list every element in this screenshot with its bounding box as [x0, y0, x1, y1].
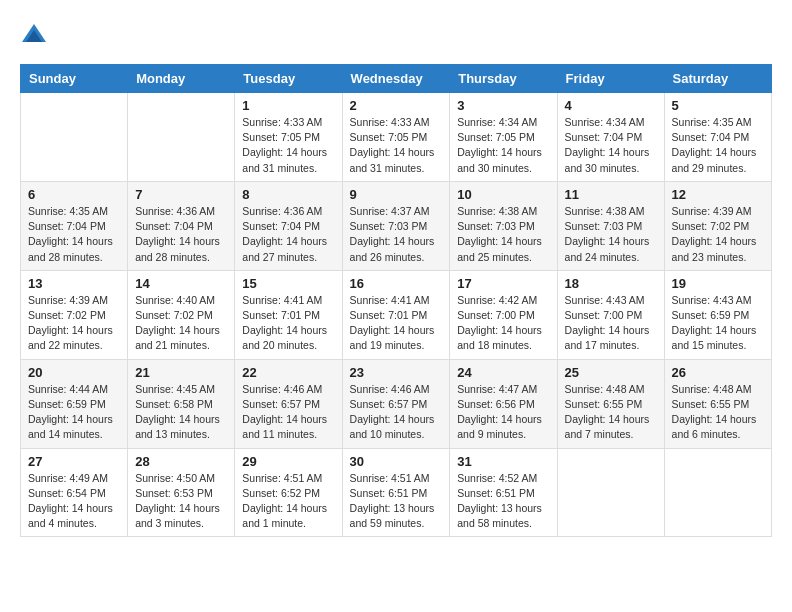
day-info: Sunrise: 4:34 AMSunset: 7:04 PMDaylight:…: [565, 115, 657, 176]
calendar-cell: [21, 93, 128, 182]
day-info: Sunrise: 4:50 AMSunset: 6:53 PMDaylight:…: [135, 471, 227, 532]
calendar-cell: 13Sunrise: 4:39 AMSunset: 7:02 PMDayligh…: [21, 270, 128, 359]
day-number: 2: [350, 98, 443, 113]
day-info: Sunrise: 4:41 AMSunset: 7:01 PMDaylight:…: [242, 293, 334, 354]
day-number: 16: [350, 276, 443, 291]
calendar-cell: 20Sunrise: 4:44 AMSunset: 6:59 PMDayligh…: [21, 359, 128, 448]
day-info: Sunrise: 4:48 AMSunset: 6:55 PMDaylight:…: [672, 382, 764, 443]
day-of-week-header: Thursday: [450, 65, 557, 93]
day-number: 19: [672, 276, 764, 291]
day-number: 21: [135, 365, 227, 380]
day-info: Sunrise: 4:43 AMSunset: 6:59 PMDaylight:…: [672, 293, 764, 354]
day-info: Sunrise: 4:36 AMSunset: 7:04 PMDaylight:…: [135, 204, 227, 265]
calendar-cell: 8Sunrise: 4:36 AMSunset: 7:04 PMDaylight…: [235, 181, 342, 270]
day-number: 9: [350, 187, 443, 202]
day-info: Sunrise: 4:41 AMSunset: 7:01 PMDaylight:…: [350, 293, 443, 354]
day-number: 25: [565, 365, 657, 380]
day-number: 23: [350, 365, 443, 380]
day-number: 14: [135, 276, 227, 291]
calendar-cell: [557, 448, 664, 537]
day-number: 22: [242, 365, 334, 380]
calendar-cell: 28Sunrise: 4:50 AMSunset: 6:53 PMDayligh…: [128, 448, 235, 537]
day-info: Sunrise: 4:51 AMSunset: 6:52 PMDaylight:…: [242, 471, 334, 532]
calendar-cell: 25Sunrise: 4:48 AMSunset: 6:55 PMDayligh…: [557, 359, 664, 448]
calendar-cell: 31Sunrise: 4:52 AMSunset: 6:51 PMDayligh…: [450, 448, 557, 537]
calendar-cell: 15Sunrise: 4:41 AMSunset: 7:01 PMDayligh…: [235, 270, 342, 359]
day-info: Sunrise: 4:45 AMSunset: 6:58 PMDaylight:…: [135, 382, 227, 443]
calendar-week-row: 27Sunrise: 4:49 AMSunset: 6:54 PMDayligh…: [21, 448, 772, 537]
day-of-week-header: Saturday: [664, 65, 771, 93]
day-info: Sunrise: 4:47 AMSunset: 6:56 PMDaylight:…: [457, 382, 549, 443]
logo: [20, 20, 52, 48]
day-number: 18: [565, 276, 657, 291]
calendar-cell: 9Sunrise: 4:37 AMSunset: 7:03 PMDaylight…: [342, 181, 450, 270]
calendar-cell: 22Sunrise: 4:46 AMSunset: 6:57 PMDayligh…: [235, 359, 342, 448]
day-number: 27: [28, 454, 120, 469]
day-number: 13: [28, 276, 120, 291]
day-info: Sunrise: 4:38 AMSunset: 7:03 PMDaylight:…: [457, 204, 549, 265]
calendar-week-row: 20Sunrise: 4:44 AMSunset: 6:59 PMDayligh…: [21, 359, 772, 448]
calendar-cell: 16Sunrise: 4:41 AMSunset: 7:01 PMDayligh…: [342, 270, 450, 359]
calendar-cell: 11Sunrise: 4:38 AMSunset: 7:03 PMDayligh…: [557, 181, 664, 270]
calendar-cell: 3Sunrise: 4:34 AMSunset: 7:05 PMDaylight…: [450, 93, 557, 182]
day-number: 24: [457, 365, 549, 380]
calendar-cell: 23Sunrise: 4:46 AMSunset: 6:57 PMDayligh…: [342, 359, 450, 448]
day-number: 30: [350, 454, 443, 469]
day-number: 4: [565, 98, 657, 113]
day-number: 1: [242, 98, 334, 113]
calendar-cell: 6Sunrise: 4:35 AMSunset: 7:04 PMDaylight…: [21, 181, 128, 270]
calendar-cell: 30Sunrise: 4:51 AMSunset: 6:51 PMDayligh…: [342, 448, 450, 537]
day-info: Sunrise: 4:49 AMSunset: 6:54 PMDaylight:…: [28, 471, 120, 532]
day-of-week-header: Sunday: [21, 65, 128, 93]
calendar-cell: 1Sunrise: 4:33 AMSunset: 7:05 PMDaylight…: [235, 93, 342, 182]
calendar-cell: 26Sunrise: 4:48 AMSunset: 6:55 PMDayligh…: [664, 359, 771, 448]
day-of-week-header: Tuesday: [235, 65, 342, 93]
page-header: [20, 20, 772, 48]
day-number: 5: [672, 98, 764, 113]
day-info: Sunrise: 4:52 AMSunset: 6:51 PMDaylight:…: [457, 471, 549, 532]
calendar-cell: [664, 448, 771, 537]
calendar-header-row: SundayMondayTuesdayWednesdayThursdayFrid…: [21, 65, 772, 93]
day-info: Sunrise: 4:43 AMSunset: 7:00 PMDaylight:…: [565, 293, 657, 354]
day-info: Sunrise: 4:34 AMSunset: 7:05 PMDaylight:…: [457, 115, 549, 176]
calendar-cell: 19Sunrise: 4:43 AMSunset: 6:59 PMDayligh…: [664, 270, 771, 359]
day-number: 7: [135, 187, 227, 202]
day-info: Sunrise: 4:42 AMSunset: 7:00 PMDaylight:…: [457, 293, 549, 354]
calendar-cell: 7Sunrise: 4:36 AMSunset: 7:04 PMDaylight…: [128, 181, 235, 270]
day-number: 28: [135, 454, 227, 469]
calendar-cell: 17Sunrise: 4:42 AMSunset: 7:00 PMDayligh…: [450, 270, 557, 359]
calendar-table: SundayMondayTuesdayWednesdayThursdayFrid…: [20, 64, 772, 537]
calendar-cell: 29Sunrise: 4:51 AMSunset: 6:52 PMDayligh…: [235, 448, 342, 537]
day-of-week-header: Wednesday: [342, 65, 450, 93]
day-info: Sunrise: 4:46 AMSunset: 6:57 PMDaylight:…: [242, 382, 334, 443]
day-info: Sunrise: 4:46 AMSunset: 6:57 PMDaylight:…: [350, 382, 443, 443]
day-info: Sunrise: 4:48 AMSunset: 6:55 PMDaylight:…: [565, 382, 657, 443]
calendar-cell: 2Sunrise: 4:33 AMSunset: 7:05 PMDaylight…: [342, 93, 450, 182]
day-number: 12: [672, 187, 764, 202]
calendar-cell: 21Sunrise: 4:45 AMSunset: 6:58 PMDayligh…: [128, 359, 235, 448]
logo-icon: [20, 20, 48, 48]
calendar-week-row: 1Sunrise: 4:33 AMSunset: 7:05 PMDaylight…: [21, 93, 772, 182]
day-number: 10: [457, 187, 549, 202]
day-number: 31: [457, 454, 549, 469]
day-number: 15: [242, 276, 334, 291]
day-number: 8: [242, 187, 334, 202]
day-info: Sunrise: 4:39 AMSunset: 7:02 PMDaylight:…: [28, 293, 120, 354]
day-info: Sunrise: 4:51 AMSunset: 6:51 PMDaylight:…: [350, 471, 443, 532]
day-info: Sunrise: 4:35 AMSunset: 7:04 PMDaylight:…: [28, 204, 120, 265]
day-info: Sunrise: 4:35 AMSunset: 7:04 PMDaylight:…: [672, 115, 764, 176]
day-of-week-header: Friday: [557, 65, 664, 93]
day-info: Sunrise: 4:44 AMSunset: 6:59 PMDaylight:…: [28, 382, 120, 443]
calendar-week-row: 6Sunrise: 4:35 AMSunset: 7:04 PMDaylight…: [21, 181, 772, 270]
calendar-cell: 27Sunrise: 4:49 AMSunset: 6:54 PMDayligh…: [21, 448, 128, 537]
day-info: Sunrise: 4:33 AMSunset: 7:05 PMDaylight:…: [242, 115, 334, 176]
day-number: 11: [565, 187, 657, 202]
day-info: Sunrise: 4:38 AMSunset: 7:03 PMDaylight:…: [565, 204, 657, 265]
day-number: 26: [672, 365, 764, 380]
calendar-cell: 24Sunrise: 4:47 AMSunset: 6:56 PMDayligh…: [450, 359, 557, 448]
calendar-cell: 4Sunrise: 4:34 AMSunset: 7:04 PMDaylight…: [557, 93, 664, 182]
calendar-cell: [128, 93, 235, 182]
day-info: Sunrise: 4:37 AMSunset: 7:03 PMDaylight:…: [350, 204, 443, 265]
day-info: Sunrise: 4:36 AMSunset: 7:04 PMDaylight:…: [242, 204, 334, 265]
day-number: 6: [28, 187, 120, 202]
